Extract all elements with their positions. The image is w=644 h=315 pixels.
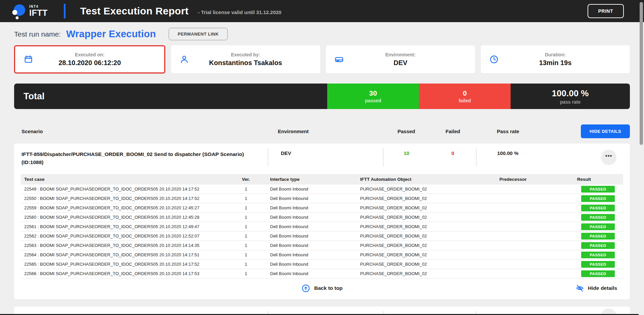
test-case-name: 22563 : BOOMI SOAP_PURCHASEORDER_TO_IDOC…: [21, 243, 236, 248]
totals-failed-count: 0: [463, 89, 467, 97]
scenario-summary-row: IFTT-859/Dispatcher/PURCHASE_ORDER_BOOMI…: [14, 144, 630, 172]
test-case-table: Test case Ver. Interface type IFTT Autom…: [21, 174, 623, 278]
test-case-row: 22562 : BOOMI SOAP_PURCHASEORDER_TO_IDOC…: [21, 231, 623, 241]
test-case-automation-object: PURCHASE_ORDER_BOOMI_02: [347, 224, 481, 229]
test-case-interface-type: Dell Boomi Inbound: [256, 187, 347, 192]
test-case-row: 22564 : BOOMI SOAP_PURCHASEORDER_TO_IDOC…: [21, 250, 623, 260]
scenario-card-footer: Back to top Hide details: [14, 278, 630, 298]
test-case-name: 22550 : BOOMI SOAP_PURCHASEORDER_TO_IDOC…: [21, 196, 236, 201]
card-value: DEV: [393, 59, 407, 67]
test-case-name: 22564 : BOOMI SOAP_PURCHASEORDER_TO_IDOC…: [21, 252, 236, 257]
totals-failed-segment: 0 failed: [419, 84, 511, 109]
test-case-interface-type: Dell Boomi Inbound: [256, 243, 347, 248]
server-icon: [335, 55, 344, 64]
page-root: INT4 IFTT Test Execution Report - Trial …: [0, 0, 644, 315]
tc-header-automation-object: IFTT Automation Object: [347, 177, 481, 182]
test-case-interface-type: Dell Boomi Inbound: [256, 262, 347, 267]
tc-header-interface-type: Interface type: [256, 177, 347, 182]
vertical-scrollbar[interactable]: [639, 0, 644, 315]
scenario-failed-count: 0: [430, 148, 476, 166]
tc-header-result: Result: [545, 177, 623, 182]
test-case-row: 22561 : BOOMI SOAP_PURCHASEORDER_TO_IDOC…: [21, 222, 623, 231]
test-case-version: 1: [236, 252, 256, 257]
card-value: 28.10.2020 06:12:20: [58, 59, 121, 67]
print-button[interactable]: PRINT: [588, 4, 624, 18]
test-case-rows: 22549 : BOOMI SOAP_PURCHASEORDER_TO_IDOC…: [21, 185, 623, 278]
logo-brand-bottom: IFTT: [29, 9, 48, 17]
scrollbar-thumb[interactable]: [640, 2, 643, 145]
test-run-label: Test run name:: [14, 30, 61, 38]
result-badge: PASSED: [581, 186, 615, 193]
scenario-pass-rate-value: 100.00 %: [497, 150, 518, 156]
test-case-result-cell: PASSED: [545, 270, 623, 277]
test-case-interface-type: Dell Boomi Inbound: [256, 205, 347, 210]
test-case-name: 22562 : BOOMI SOAP_PURCHASEORDER_TO_IDOC…: [21, 233, 236, 239]
info-cards: Executed on: 28.10.2020 06:12:20 Execute…: [0, 45, 644, 73]
card-value: Konstantinos Tsakalos: [209, 59, 282, 67]
tc-header-predecessor: Predecessor: [481, 177, 545, 182]
back-to-top-button[interactable]: Back to top: [301, 284, 342, 293]
permanent-link-button[interactable]: PERMANENT LINK: [169, 28, 228, 40]
test-case-automation-object: PURCHASE_ORDER_BOOMI_02: [347, 215, 481, 220]
column-header-scenario: Scenario: [14, 128, 268, 134]
test-case-version: 1: [236, 215, 256, 220]
scenario-list-header: Scenario Environment Passed Failed Pass …: [14, 124, 630, 138]
scenario-passed-count: 10: [383, 148, 430, 166]
test-case-result-cell: PASSED: [545, 205, 623, 211]
totals-failed-label: failed: [459, 98, 471, 103]
result-badge: PASSED: [581, 242, 615, 249]
test-case-result-cell: PASSED: [545, 195, 623, 202]
test-case-interface-type: Dell Boomi Inbound: [256, 271, 347, 276]
back-to-top-label: Back to top: [314, 285, 342, 291]
totals-pass-rate-label: pass rate: [560, 99, 581, 105]
test-case-result-cell: PASSED: [545, 261, 623, 268]
test-case-row: 22550 : BOOMI SOAP_PURCHASEORDER_TO_IDOC…: [21, 194, 623, 203]
totals-pass-rate-segment: 100.00 % pass rate: [511, 84, 630, 109]
test-case-version: 1: [236, 262, 256, 267]
test-case-interface-type: Dell Boomi Inbound: [256, 233, 347, 239]
test-case-automation-object: PURCHASE_ORDER_BOOMI_02: [347, 205, 481, 210]
scenario-card: IFTT-859/Dispatcher/PURCHASE_ORDER_BOOMI…: [14, 144, 630, 299]
user-icon: [180, 55, 189, 64]
scenario-title: IFTT-859/Dispatcher/PURCHASE_ORDER_BOOMI…: [14, 148, 268, 166]
card-label: Executed on:: [75, 52, 104, 57]
duration-card: Duration: 13min 19s: [481, 45, 630, 73]
test-case-automation-object: PURCHASE_ORDER_BOOMI_02: [347, 243, 481, 248]
test-case-row: 22559 : BOOMI SOAP_PURCHASEORDER_TO_IDOC…: [21, 203, 623, 213]
card-label: Duration:: [545, 52, 566, 57]
page-title: Test Execution Report: [80, 5, 188, 17]
hide-details-link[interactable]: Hide details: [575, 284, 617, 293]
card-label: Executed by:: [231, 52, 260, 57]
test-case-version: 1: [236, 243, 256, 248]
card-value: 13min 19s: [539, 59, 572, 67]
column-header-passed: Passed: [383, 128, 430, 134]
more-options-button[interactable]: •••: [601, 150, 616, 165]
test-case-name: 22565 : BOOMI SOAP_PURCHASEORDER_TO_IDOC…: [21, 262, 236, 267]
test-run-row: Test run name: Wrapper Execution PERMANE…: [0, 22, 644, 45]
test-case-interface-type: Dell Boomi Inbound: [256, 196, 347, 201]
result-badge: PASSED: [581, 214, 615, 221]
totals-pass-rate: 100.00 %: [552, 88, 589, 99]
test-case-automation-object: PURCHASE_ORDER_BOOMI_02: [347, 252, 481, 257]
int4-iftt-logo: INT4 IFTT: [11, 2, 48, 20]
app-header: INT4 IFTT Test Execution Report - Trial …: [0, 0, 644, 22]
test-case-version: 1: [236, 196, 256, 201]
test-case-result-cell: PASSED: [545, 252, 623, 258]
test-case-automation-object: PURCHASE_ORDER_BOOMI_02: [347, 262, 481, 267]
hide-details-button[interactable]: HIDE DETAILS: [581, 124, 630, 138]
test-case-version: 1: [236, 205, 256, 210]
result-badge: PASSED: [581, 261, 615, 268]
column-header-pass-rate: Pass rate: [476, 128, 519, 134]
eye-slash-icon: [575, 284, 584, 293]
test-case-name: 22549 : BOOMI SOAP_PURCHASEORDER_TO_IDOC…: [21, 187, 236, 192]
test-case-name: 22561 : BOOMI SOAP_PURCHASEORDER_TO_IDOC…: [21, 224, 236, 229]
license-note: - Trial license valid until 31.12.2020: [198, 9, 281, 15]
totals-passed-count: 30: [369, 89, 377, 97]
totals-passed-segment: 30 passed: [327, 84, 419, 109]
calendar-icon: [24, 55, 33, 64]
test-case-automation-object: PURCHASE_ORDER_BOOMI_02: [347, 196, 481, 201]
hide-details-label: Hide details: [588, 285, 617, 291]
test-case-automation-object: PURCHASE_ORDER_BOOMI_02: [347, 271, 481, 276]
test-case-name: 22559 : BOOMI SOAP_PURCHASEORDER_TO_IDOC…: [21, 205, 236, 210]
test-case-automation-object: PURCHASE_ORDER_BOOMI_02: [347, 233, 481, 239]
